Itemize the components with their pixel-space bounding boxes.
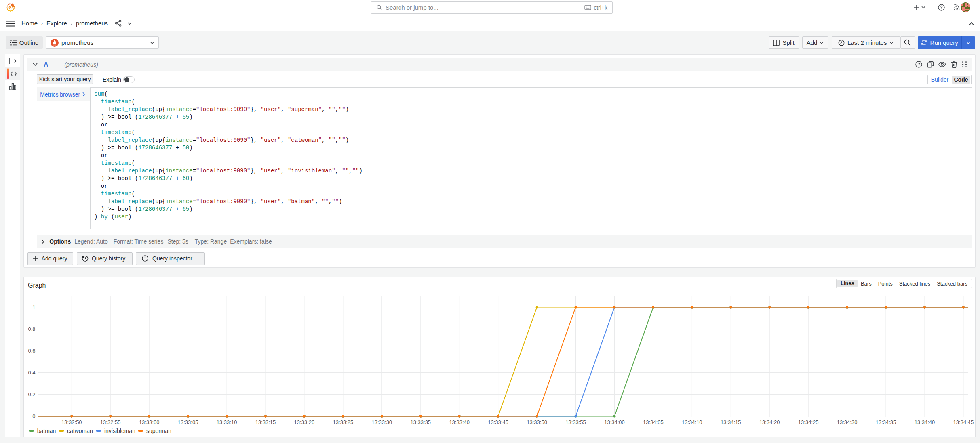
svg-text:0.6: 0.6 (28, 348, 35, 354)
svg-text:13:34:25: 13:34:25 (798, 419, 819, 425)
svg-text:13:33:40: 13:33:40 (449, 419, 470, 425)
svg-text:catwoman: catwoman (67, 428, 93, 434)
svg-text:1: 1 (32, 304, 35, 310)
svg-text:0.2: 0.2 (28, 391, 35, 397)
svg-text:13:34:35: 13:34:35 (876, 419, 896, 425)
svg-text:13:33:55: 13:33:55 (565, 419, 586, 425)
svg-text:13:34:00: 13:34:00 (604, 419, 625, 425)
svg-text:13:33:45: 13:33:45 (488, 419, 508, 425)
svg-text:0.8: 0.8 (28, 326, 35, 332)
svg-text:13:33:20: 13:33:20 (294, 419, 315, 425)
svg-text:0: 0 (32, 413, 35, 419)
svg-text:13:34:45: 13:34:45 (953, 419, 974, 425)
svg-text:13:34:10: 13:34:10 (682, 419, 702, 425)
svg-text:13:34:40: 13:34:40 (915, 419, 935, 425)
svg-text:13:33:15: 13:33:15 (255, 419, 276, 425)
svg-text:13:33:35: 13:33:35 (410, 419, 431, 425)
svg-text:13:33:10: 13:33:10 (217, 419, 237, 425)
svg-text:invisibleman: invisibleman (104, 428, 135, 434)
svg-text:13:33:00: 13:33:00 (139, 419, 160, 425)
svg-text:13:33:50: 13:33:50 (527, 419, 547, 425)
svg-text:13:34:15: 13:34:15 (721, 419, 741, 425)
svg-text:13:34:30: 13:34:30 (837, 419, 858, 425)
svg-text:13:32:50: 13:32:50 (61, 419, 82, 425)
svg-text:13:34:20: 13:34:20 (759, 419, 780, 425)
svg-text:13:33:30: 13:33:30 (371, 419, 392, 425)
svg-text:13:33:25: 13:33:25 (333, 419, 354, 425)
svg-text:superman: superman (146, 428, 171, 434)
svg-text:13:34:05: 13:34:05 (643, 419, 664, 425)
svg-text:13:32:55: 13:32:55 (100, 419, 121, 425)
svg-text:0.4: 0.4 (28, 370, 35, 376)
svg-text:13:33:05: 13:33:05 (178, 419, 198, 425)
svg-text:batman: batman (37, 428, 56, 434)
